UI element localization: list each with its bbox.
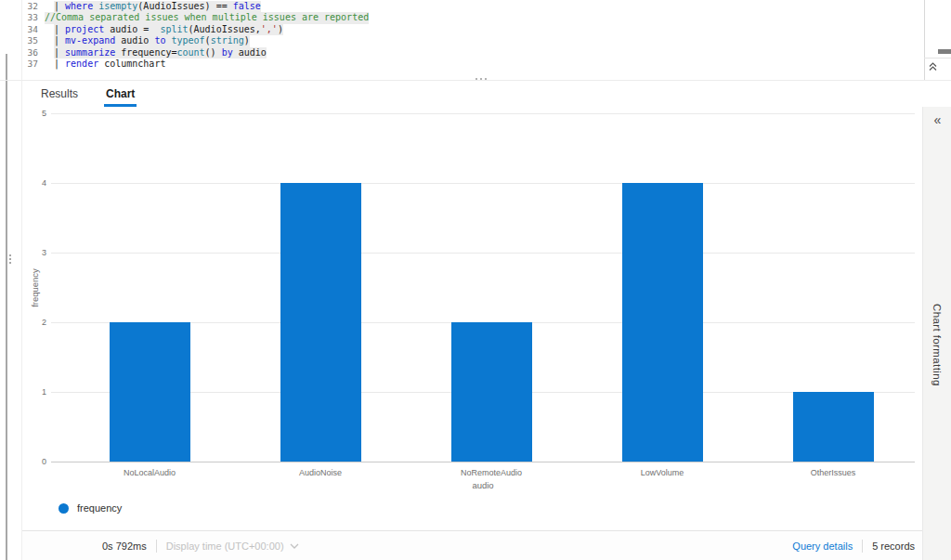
y-tick-label: 1 xyxy=(22,387,46,397)
double-chevron-up-icon xyxy=(926,59,940,73)
status-bar: 0s 792ms Display time (UTC+00:00) Query … xyxy=(22,530,922,560)
gridline xyxy=(51,113,915,114)
x-axis-line xyxy=(51,462,915,462)
legend-label: frequency xyxy=(77,502,122,514)
line-number: 32 xyxy=(22,1,45,12)
display-time-label: Display time (UTC+00:00) xyxy=(166,540,284,552)
chart-formatting-panel: « Chart formatting xyxy=(922,107,951,560)
legend-item-frequency[interactable]: frequency xyxy=(59,502,122,514)
code-text: | mv-expand audio to typeof(string) xyxy=(54,35,250,46)
x-tick-label: OtherIssues xyxy=(763,468,903,477)
code-text: //Comma separated issues when multiple i… xyxy=(45,12,369,23)
left-panel-edge xyxy=(0,0,22,560)
x-tick-label: NoRemoteAudio xyxy=(422,468,561,477)
code-line[interactable]: 32| where isempty(AudioIssues) == false xyxy=(22,1,924,12)
editor-hscrollbar-thumb[interactable] xyxy=(938,49,951,54)
left-splitter-grip[interactable] xyxy=(9,254,11,264)
editor-toolbar-divider xyxy=(924,58,951,59)
code-line[interactable]: 37| render columnchart xyxy=(22,59,924,70)
code-text: | project audio = split(AudioIssues,',') xyxy=(54,24,283,35)
display-time-dropdown[interactable]: Display time (UTC+00:00) xyxy=(166,540,299,552)
bar-AudioNoise[interactable] xyxy=(280,183,361,462)
x-axis-title: audio xyxy=(472,480,493,490)
y-tick-label: 4 xyxy=(22,178,46,188)
y-tick-label: 0 xyxy=(22,457,46,466)
separator xyxy=(156,540,157,553)
collapse-editor-button[interactable] xyxy=(926,59,940,73)
chart-formatting-label[interactable]: Chart formatting xyxy=(931,304,943,386)
y-tick-label: 5 xyxy=(22,109,46,118)
x-tick-label: NoLocalAudio xyxy=(80,468,219,477)
line-number: 35 xyxy=(22,35,45,46)
editor-scroll-boundary xyxy=(924,0,925,80)
tab-chart[interactable]: Chart xyxy=(104,84,137,106)
code-line[interactable]: 34| project audio = split(AudioIssues,',… xyxy=(22,24,924,35)
chevron-down-icon xyxy=(290,543,299,549)
y-tick-label: 2 xyxy=(22,318,46,327)
left-scrollbar[interactable] xyxy=(6,54,7,560)
editor-results-splitter[interactable] xyxy=(474,76,489,82)
code-text: | summarize frequency=count() by audio xyxy=(54,47,267,59)
query-duration: 0s 792ms xyxy=(102,540,147,552)
record-count: 5 records xyxy=(872,540,915,552)
tab-results[interactable]: Results xyxy=(39,84,80,106)
gridline xyxy=(51,183,915,184)
y-tick-label: 3 xyxy=(22,248,46,257)
line-number: 33 xyxy=(22,12,45,23)
line-number: 34 xyxy=(22,24,45,35)
code-line[interactable]: 33//Comma separated issues when multiple… xyxy=(22,12,924,23)
expand-panel-button[interactable]: « xyxy=(923,112,951,127)
y-axis-title: frequency xyxy=(30,268,40,307)
column-chart: frequency audio 012345NoLocalAudioAudioN… xyxy=(22,107,922,499)
query-details-link[interactable]: Query details xyxy=(792,540,853,552)
code-line[interactable]: 36| summarize frequency=count() by audio xyxy=(22,47,924,59)
code-text: | where isempty(AudioIssues) == false xyxy=(54,1,261,12)
code-text: | render columnchart xyxy=(54,59,165,70)
adx-query-window: 32| where isempty(AudioIssues) == false3… xyxy=(0,0,951,560)
separator xyxy=(862,540,863,553)
legend-color-swatch xyxy=(59,503,69,514)
query-editor[interactable]: 32| where isempty(AudioIssues) == false3… xyxy=(22,1,924,75)
bar-NoRemoteAudio[interactable] xyxy=(451,322,532,462)
gridline xyxy=(51,253,915,254)
bar-OtherIssues[interactable] xyxy=(793,392,874,462)
bar-LowVolume[interactable] xyxy=(622,183,703,462)
results-tab-bar: Results Chart xyxy=(22,82,137,107)
x-tick-label: AudioNoise xyxy=(251,468,390,477)
line-number: 36 xyxy=(22,47,45,59)
bar-NoLocalAudio[interactable] xyxy=(110,322,190,462)
code-line[interactable]: 35| mv-expand audio to typeof(string) xyxy=(22,35,924,46)
x-tick-label: LowVolume xyxy=(593,468,732,477)
line-number: 37 xyxy=(22,59,45,70)
